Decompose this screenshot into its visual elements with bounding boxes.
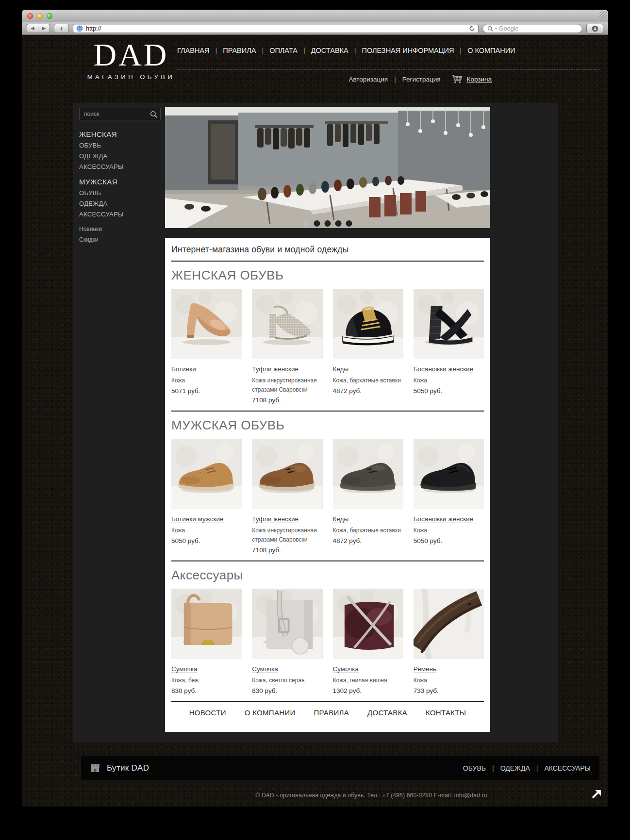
sidebar-item-link[interactable]: АКСЕССУАРЫ xyxy=(79,163,124,170)
product-name-link[interactable]: Сумочка xyxy=(171,665,198,673)
browser-titlebar[interactable] xyxy=(22,10,608,22)
minimize-window-button[interactable] xyxy=(37,13,43,19)
product-card: Туфли женские Кожа инкрустированная стра… xyxy=(252,289,322,404)
header-nav: ГЛАВНАЯПРАВИЛАОПЛАТАДОСТАВКАПОЛЕЗНАЯ ИНФ… xyxy=(177,47,515,54)
header-nav-link[interactable]: ГЛАВНАЯ xyxy=(177,47,210,54)
account-link[interactable]: Регистрация xyxy=(402,76,441,83)
close-window-button[interactable] xyxy=(27,13,33,19)
window-resize-grip[interactable] xyxy=(599,11,607,18)
forward-button[interactable]: ▶ xyxy=(38,24,50,33)
hero-image xyxy=(165,107,490,228)
product-photo[interactable] xyxy=(171,289,242,359)
window-controls xyxy=(27,13,52,19)
product-name-link[interactable]: Кеды xyxy=(333,515,349,523)
browser-search-field[interactable]: ▾ Google xyxy=(482,24,582,33)
footer-nav-link[interactable]: ОБУВЬ xyxy=(463,764,486,772)
product-photo[interactable] xyxy=(414,589,484,659)
footer-nav-link[interactable]: ОДЕЖДА xyxy=(500,764,530,772)
product-photo[interactable] xyxy=(252,589,322,659)
logo-text[interactable]: DAD xyxy=(76,38,186,71)
product-name-link[interactable]: Ботинки xyxy=(171,365,196,373)
product-photo[interactable] xyxy=(171,589,242,659)
site-logo[interactable]: DAD МАГАЗИН ОБУВИ xyxy=(76,38,186,81)
product-name-link[interactable]: Босаножки женские xyxy=(414,515,473,523)
sidebar-item-link[interactable]: ОБУВЬ xyxy=(79,189,101,197)
product-name-link[interactable]: Сумочка xyxy=(252,665,278,673)
content-card: Интернет-магазина обуви и модной одежды … xyxy=(165,238,490,732)
header-divider xyxy=(177,69,599,70)
header-nav-link[interactable]: ПОЛЕЗНАЯ ИНФОРМАЦИЯ xyxy=(362,47,454,54)
header-nav-link[interactable]: ОПЛАТА xyxy=(269,47,298,54)
product-name-link[interactable]: Ботинки мужские xyxy=(171,515,224,523)
product-photo[interactable] xyxy=(414,439,484,509)
sidebar-group-title[interactable]: ЖЕНСКАЯ xyxy=(79,130,161,138)
bottom-nav-link[interactable]: КОНТАКТЫ xyxy=(426,708,466,717)
bottom-nav-link[interactable]: ДОСТАВКА xyxy=(367,708,407,717)
history-buttons: ◀ ▶ xyxy=(27,24,50,33)
back-button[interactable]: ◀ xyxy=(27,24,38,33)
sidebar-item-link[interactable]: АКСЕССУАРЫ xyxy=(79,211,124,218)
header-nav-link[interactable]: ДОСТАВКА xyxy=(311,47,348,54)
sidebar-extra-item: Скидки xyxy=(79,236,161,243)
search-dropdown-arrow-icon[interactable]: ▾ xyxy=(495,26,497,31)
cart-link[interactable]: Корзина xyxy=(451,74,492,84)
browser-search-placeholder[interactable]: Google xyxy=(499,25,518,32)
url-text[interactable]: http:// xyxy=(86,25,466,32)
carousel-dot[interactable] xyxy=(325,220,331,227)
bottom-nav-link[interactable]: НОВОСТИ xyxy=(189,708,226,717)
cart-label-link[interactable]: Корзина xyxy=(467,76,492,83)
product-photo[interactable] xyxy=(414,289,484,359)
carousel-dot[interactable] xyxy=(335,220,342,227)
bottom-nav-link[interactable]: ПРАВИЛА xyxy=(314,708,349,717)
product-desc: Кожа, бархатные вставки xyxy=(333,526,403,535)
section-divider xyxy=(171,701,484,702)
product-photo[interactable] xyxy=(333,439,403,509)
product-name-link[interactable]: Босаножки женские xyxy=(414,365,473,373)
product-photo[interactable] xyxy=(252,439,322,509)
bottom-nav-item: ПРАВИЛА xyxy=(314,708,349,717)
product-desc: Кожа, беж xyxy=(171,676,242,685)
product-name-link[interactable]: Туфли женские xyxy=(252,365,298,373)
sidebar-search-icon[interactable] xyxy=(150,111,157,118)
sidebar-item-link[interactable]: ОБУВЬ xyxy=(79,142,101,149)
sidebar-search[interactable] xyxy=(79,108,161,120)
product-price: 7108 руб. xyxy=(252,396,322,404)
product-price: 5071 руб. xyxy=(171,387,242,395)
product-grid: Ботинки Кожа 5071 руб. Туфли женские Кож… xyxy=(171,289,484,404)
sidebar-search-input[interactable] xyxy=(80,108,160,120)
page-title: Интернет-магазина обуви и модной одежды xyxy=(171,245,484,255)
product-name-link[interactable]: Ремень xyxy=(414,665,436,673)
product-photo[interactable] xyxy=(333,589,403,659)
footer-nav-link[interactable]: АКСЕССУАРЫ xyxy=(544,764,591,772)
carousel-dot[interactable] xyxy=(346,220,352,227)
downloads-button[interactable] xyxy=(586,24,603,33)
product-card: Ботинки мужские Кожа 5050 руб. xyxy=(171,439,242,554)
sidebar-item-link[interactable]: ОДЕЖДА xyxy=(79,152,108,160)
sidebar-extra-link[interactable]: Скидки xyxy=(79,236,99,243)
address-bar[interactable]: http:// xyxy=(73,24,479,33)
sidebar-group-title[interactable]: МУЖСКАЯ xyxy=(79,178,161,186)
bottom-nav-item: КОНТАКТЫ xyxy=(426,708,466,717)
zoom-window-button[interactable] xyxy=(47,13,52,19)
header-nav-link[interactable]: О КОМПАНИИ xyxy=(467,47,515,54)
sidebar-extra-link[interactable]: Новинки xyxy=(79,226,102,232)
bottom-nav-link[interactable]: О КОМПАНИИ xyxy=(245,708,296,717)
carousel-dot[interactable] xyxy=(303,220,310,227)
product-name-link[interactable]: Туфли женские xyxy=(252,515,298,523)
header-nav-link[interactable]: ПРАВИЛА xyxy=(223,47,256,54)
account-link[interactable]: Авторизация xyxy=(348,76,388,83)
sidebar-item-link[interactable]: ОДЕЖДА xyxy=(79,200,108,207)
carousel-dot[interactable] xyxy=(314,220,320,227)
product-name-link[interactable]: Кеды xyxy=(333,365,349,373)
product-name-link[interactable]: Сумочка xyxy=(333,665,359,673)
hero-carousel xyxy=(165,107,490,228)
reload-icon[interactable] xyxy=(469,25,475,32)
product-photo[interactable] xyxy=(171,439,242,509)
product-photo[interactable] xyxy=(252,289,322,359)
product-price: 1302 руб. xyxy=(333,687,403,694)
new-tab-button[interactable]: + xyxy=(54,24,69,33)
product-price: 5050 руб. xyxy=(414,387,484,395)
product-grid: Сумочка Кожа, беж 830 руб. Сумочка Кожа,… xyxy=(171,589,484,694)
product-photo[interactable] xyxy=(333,289,403,359)
scroll-top-arrow-icon[interactable] xyxy=(590,787,603,801)
